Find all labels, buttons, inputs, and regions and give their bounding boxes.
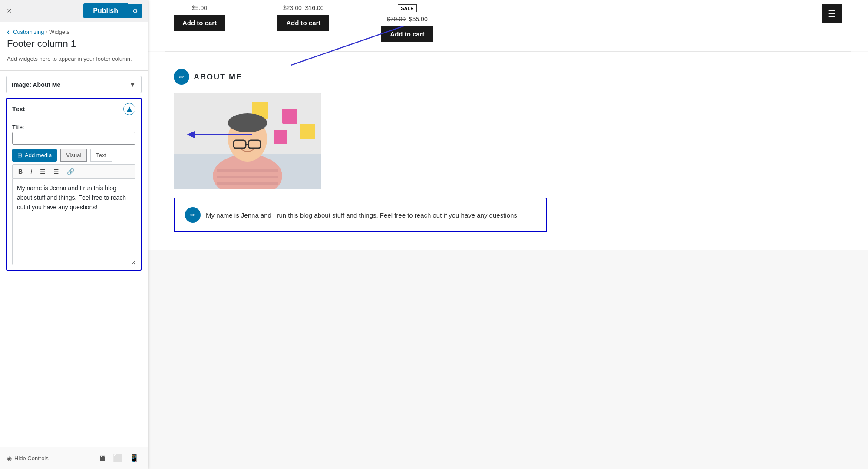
panel-top-bar: × Publish ⚙ — [0, 0, 148, 22]
widget-text-collapse-button[interactable]: ▲ — [123, 103, 135, 115]
breadcrumb-widgets-link: Widgets — [49, 29, 69, 35]
panel-bottom-bar: ◉ Hide Controls 🖥 ⬜ 📱 — [0, 447, 148, 469]
product-row: $5.00 Add to cart $23.00 $16.00 Add to c… — [148, 0, 868, 51]
ul-icon: ☰ — [40, 168, 46, 175]
product-price-2: $23.00 $16.00 — [283, 4, 324, 11]
desktop-icon: 🖥 — [98, 454, 106, 462]
add-to-cart-button-1[interactable]: Add to cart — [174, 15, 225, 31]
svg-rect-6 — [282, 109, 297, 124]
product-price-1: $5.00 — [192, 4, 207, 11]
link-icon: 🔗 — [67, 168, 74, 175]
visual-tab-button[interactable]: Visual — [60, 149, 87, 162]
hamburger-icon: ☰ — [828, 9, 836, 19]
tablet-icon: ⬜ — [113, 454, 122, 462]
svg-rect-12 — [217, 176, 278, 178]
text-tab-button[interactable]: Text — [90, 149, 112, 162]
add-media-label: Add media — [25, 152, 52, 159]
hide-controls-icon: ◉ — [7, 455, 12, 462]
price-original-2: $23.00 — [283, 4, 302, 11]
about-image — [174, 93, 321, 189]
publish-button[interactable]: Publish — [83, 3, 128, 18]
about-edit-icon[interactable]: ✏ — [174, 69, 189, 85]
price-sale-3: $55.00 — [409, 16, 428, 23]
add-media-button[interactable]: ⊞ Add media — [12, 149, 57, 162]
about-title: ABOUT ME — [194, 73, 242, 82]
italic-button[interactable]: I — [27, 166, 35, 177]
breadcrumb-separator: › — [46, 29, 49, 35]
panel-description: Add widgets here to appear in your foote… — [0, 55, 148, 71]
product-card-1: $5.00 Add to cart — [174, 4, 225, 31]
product-card-2: $23.00 $16.00 Add to cart — [277, 4, 329, 31]
preview-area: $5.00 Add to cart $23.00 $16.00 Add to c… — [148, 0, 868, 469]
bold-button[interactable]: B — [15, 166, 26, 177]
title-label: Title: — [12, 124, 135, 130]
highlight-text-content: My name is Jenna and I run this blog abo… — [206, 211, 519, 219]
widget-text: Text ▲ Title: ⊞ Add media Visual Text B — [6, 98, 142, 271]
about-content: ✏ My name is Jenna and I run this blog a… — [174, 93, 842, 232]
price-value-1: $5.00 — [192, 4, 207, 11]
svg-rect-13 — [217, 182, 278, 185]
add-to-cart-button-2[interactable]: Add to cart — [277, 15, 329, 31]
panel-title: Footer column 1 — [0, 38, 148, 55]
hide-controls-button[interactable]: ◉ Hide Controls — [7, 455, 49, 462]
price-original-3: $70.00 — [387, 16, 406, 23]
widget-image-expand-icon: ▼ — [129, 81, 136, 89]
panel-body: Image: About Me ▼ Text ▲ Title: ⊞ Add me… — [0, 71, 148, 447]
svg-rect-11 — [217, 169, 278, 172]
add-to-cart-button-3[interactable]: Add to cart — [381, 26, 433, 42]
person-illustration — [174, 93, 321, 189]
text-highlight-box: ✏ My name is Jenna and I run this blog a… — [174, 198, 547, 232]
add-media-icon: ⊞ — [17, 152, 22, 159]
pencil-icon-2: ✏ — [190, 211, 195, 218]
close-button[interactable]: × — [5, 5, 13, 17]
product-card-3: SALE $70.00 $55.00 Add to cart — [381, 4, 433, 42]
hide-controls-label: Hide Controls — [14, 455, 49, 462]
breadcrumb: ‹ Customizing › Widgets — [0, 22, 148, 38]
customizer-panel: × Publish ⚙ ‹ Customizing › Widgets Foot… — [0, 0, 148, 469]
device-buttons: 🖥 ⬜ 📱 — [96, 452, 141, 465]
widget-image-title: Image: About Me — [12, 81, 60, 88]
mobile-icon: 📱 — [129, 454, 139, 462]
widget-text-form: Title: ⊞ Add media Visual Text B I ☰ — [7, 119, 141, 270]
gear-icon: ⚙ — [132, 7, 138, 14]
svg-rect-8 — [300, 124, 315, 139]
breadcrumb-text: Customizing › Widgets — [13, 29, 69, 35]
product-price-3: $70.00 $55.00 — [387, 16, 428, 23]
widget-text-header[interactable]: Text ▲ — [7, 99, 141, 119]
publish-area: Publish ⚙ — [83, 3, 142, 18]
tablet-view-button[interactable]: ⬜ — [111, 452, 124, 465]
about-heading: ✏ ABOUT ME — [174, 69, 842, 85]
media-toolbar: ⊞ Add media Visual Text — [12, 149, 135, 162]
mobile-view-button[interactable]: 📱 — [128, 452, 141, 465]
publish-gear-button[interactable]: ⚙ — [128, 4, 142, 18]
format-toolbar: B I ☰ ☰ 🔗 — [12, 164, 135, 178]
breadcrumb-customizing-link[interactable]: Customizing — [13, 29, 44, 35]
price-sale-2: $16.00 — [305, 4, 324, 11]
widget-image-header[interactable]: Image: About Me ▼ — [7, 76, 141, 93]
svg-rect-7 — [274, 130, 287, 144]
editor-content[interactable]: My name is Jenna and I run this blog abo… — [12, 178, 135, 265]
sale-badge-3: SALE — [398, 4, 416, 12]
unordered-list-button[interactable]: ☰ — [37, 166, 49, 177]
svg-point-15 — [228, 113, 267, 132]
text-highlight-edit-icon[interactable]: ✏ — [185, 207, 201, 223]
title-input[interactable] — [12, 132, 135, 145]
pencil-icon: ✏ — [179, 73, 184, 80]
back-button[interactable]: ‹ — [7, 27, 10, 36]
ordered-list-button[interactable]: ☰ — [50, 166, 62, 177]
about-section: ✏ ABOUT ME — [148, 52, 868, 250]
widget-image-about-me: Image: About Me ▼ — [6, 76, 142, 93]
link-button[interactable]: 🔗 — [64, 166, 77, 177]
ol-icon: ☰ — [53, 168, 59, 175]
widget-text-title: Text — [12, 105, 25, 112]
desktop-view-button[interactable]: 🖥 — [96, 452, 108, 465]
menu-icon-button[interactable]: ☰ — [822, 4, 842, 23]
